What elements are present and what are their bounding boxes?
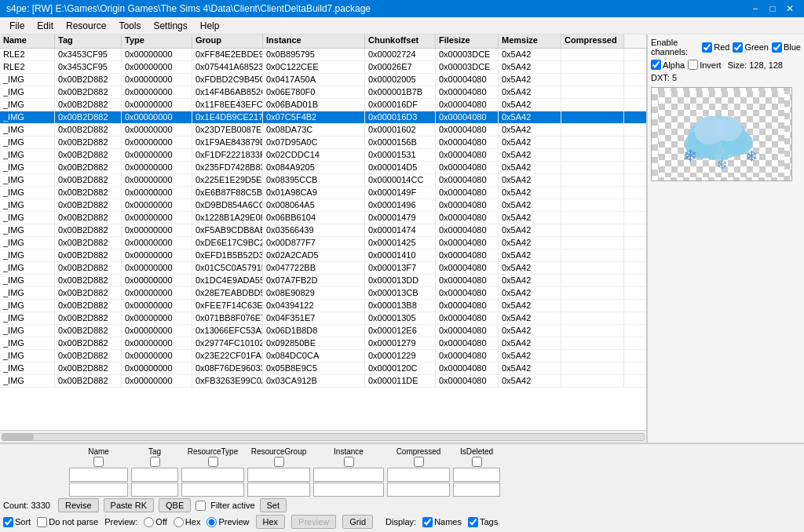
display-names-checkbox[interactable]: [422, 517, 433, 527]
col-header-name[interactable]: Name: [0, 35, 55, 48]
col-header-chunkoffset[interactable]: Chunkoffset: [365, 35, 436, 48]
display-tags-option[interactable]: Tags: [468, 517, 498, 527]
table-row[interactable]: _IMG0x00B2D8820x000000000xF5AB9CDB8ABC03…: [0, 224, 646, 237]
table-row[interactable]: _IMG0x00B2D8820x000000000x01C5C0A5791B9C…: [0, 262, 646, 275]
table-row[interactable]: _IMG0x00B2D8820x000000000xFDBD2C9B45CC5C…: [0, 74, 646, 86]
table-row[interactable]: _IMG0x00B2D8820x000000000xFEE7F14C63EED7…: [0, 300, 646, 312]
alpha-channel-checkbox[interactable]: [651, 60, 661, 70]
filter-active-checkbox[interactable]: [196, 501, 206, 511]
filter-name-checkbox[interactable]: [93, 457, 104, 467]
display-tags-checkbox[interactable]: [468, 517, 478, 527]
blue-channel-label[interactable]: Blue: [772, 42, 801, 53]
table-row[interactable]: _IMG0x00B2D8820x000000000x1E4DB9CE2170C2…: [0, 111, 646, 124]
col-header-filesize[interactable]: Filesize: [436, 35, 499, 48]
invert-checkbox[interactable]: [688, 60, 698, 70]
filter-resourcegroup-checkbox[interactable]: [274, 457, 284, 467]
filter-instance-checkbox[interactable]: [344, 457, 354, 467]
maximize-button[interactable]: □: [765, 1, 780, 16]
table-body[interactable]: RLE20x3453CF950x000000000xFF84E2EBDE9545…: [0, 49, 646, 430]
table-row[interactable]: _IMG0x00B2D8820x000000000x08F76DE9603395…: [0, 363, 646, 375]
table-row[interactable]: _IMG0x00B2D8820x000000000x29774FC10102C7…: [0, 337, 646, 350]
filter-compressed-input2[interactable]: [387, 483, 450, 497]
filter-tag-input2[interactable]: [131, 483, 178, 497]
filter-resourcegroup-input2[interactable]: [247, 483, 310, 497]
revise-button[interactable]: Revise: [58, 498, 99, 512]
filter-isdeleted-input2[interactable]: [453, 483, 500, 497]
filter-isdeleted-input[interactable]: [453, 468, 500, 482]
table-row[interactable]: _IMG0x00B2D8820x000000000xEFD1B5B52D3A4F…: [0, 250, 646, 262]
filter-compressed-checkbox[interactable]: [414, 457, 424, 467]
red-channel-checkbox[interactable]: [702, 42, 712, 53]
table-row[interactable]: _IMG0x00B2D8820x000000000x23E22CF01FA155…: [0, 350, 646, 363]
filter-resourcetype-input2[interactable]: [181, 483, 244, 497]
table-row[interactable]: _IMG0x00B2D8820x000000000xD9BD854A6CCA69…: [0, 199, 646, 212]
sort-checkbox[interactable]: [3, 517, 13, 527]
col-header-type[interactable]: Type: [122, 35, 192, 48]
col-header-tag[interactable]: Tag: [55, 35, 122, 48]
table-row[interactable]: _IMG0x00B2D8820x000000000x235FD7428B8354…: [0, 162, 646, 174]
menu-file[interactable]: File: [3, 19, 31, 33]
table-row[interactable]: _IMG0x00B2D8820x000000000x225E1E29D5E009…: [0, 174, 646, 187]
invert-label[interactable]: Invert: [688, 60, 722, 70]
menu-help[interactable]: Help: [194, 19, 226, 33]
preview-off-radio[interactable]: [144, 517, 154, 527]
green-channel-checkbox[interactable]: [733, 42, 743, 53]
col-header-instance[interactable]: Instance: [263, 35, 365, 48]
blue-channel-checkbox[interactable]: [772, 42, 782, 53]
qbe-button[interactable]: QBE: [159, 498, 191, 512]
sort-option[interactable]: Sort: [3, 517, 31, 527]
set-button[interactable]: Set: [260, 498, 287, 512]
display-names-option[interactable]: Names: [422, 517, 462, 527]
preview-hex-option[interactable]: Hex: [174, 517, 201, 527]
filter-resourcetype-input[interactable]: [181, 468, 244, 482]
do-not-parse-checkbox[interactable]: [37, 517, 47, 527]
col-header-group[interactable]: Group: [192, 35, 263, 48]
table-row[interactable]: _IMG0x00B2D8820x000000000x11F8EE43EFC337…: [0, 99, 646, 111]
filter-resourcetype-checkbox[interactable]: [208, 457, 218, 467]
col-header-memsize[interactable]: Memsize: [499, 35, 561, 48]
filter-name-input[interactable]: [69, 468, 128, 482]
table-row[interactable]: _IMG0x00B2D8820x000000000xF1DF2221833F07…: [0, 149, 646, 162]
filter-instance-input2[interactable]: [313, 483, 384, 497]
table-row[interactable]: _IMG0x00B2D8820x000000000x13066EFC53A2A7…: [0, 325, 646, 337]
menu-tools[interactable]: Tools: [112, 19, 147, 33]
paste-rk-button[interactable]: Paste RK: [104, 498, 154, 512]
preview-preview-option[interactable]: Preview: [206, 517, 249, 527]
close-button[interactable]: ✕: [782, 1, 798, 16]
preview-preview-radio[interactable]: [206, 517, 217, 527]
alpha-channel-label[interactable]: Alpha: [651, 60, 685, 70]
filter-name-input2[interactable]: [69, 483, 128, 497]
filter-resourcegroup-input[interactable]: [247, 468, 310, 482]
col-header-compressed[interactable]: Compressed: [561, 35, 624, 48]
red-channel-label[interactable]: Red: [702, 42, 729, 53]
filter-tag-input[interactable]: [131, 468, 178, 482]
preview-off-option[interactable]: Off: [144, 517, 166, 527]
filter-instance-input[interactable]: [313, 468, 384, 482]
table-row[interactable]: _IMG0x00B2D8820x000000000x14F4B6AB852CD8…: [0, 86, 646, 99]
table-row[interactable]: _IMG0x00B2D8820x000000000x28E7EABDBD5081…: [0, 287, 646, 300]
menu-resource[interactable]: Resource: [60, 19, 112, 33]
preview-hex-radio[interactable]: [174, 517, 184, 527]
table-row[interactable]: _IMG0x00B2D8820x000000000xE6B87F88C5B462…: [0, 187, 646, 199]
table-row[interactable]: _IMG0x00B2D8820x000000000x071BB8F076E7D9…: [0, 312, 646, 325]
table-row[interactable]: _IMG0x00B2D8820x000000000x1F9AE843879DBA…: [0, 137, 646, 149]
menu-edit[interactable]: Edit: [31, 19, 60, 33]
table-row[interactable]: _IMG0x00B2D8820x000000000x1DC4E9ADA5543E…: [0, 275, 646, 287]
hex-button[interactable]: Hex: [256, 515, 286, 529]
table-row[interactable]: _IMG0x00B2D8820x000000000x23D7EB0087ECFC…: [0, 124, 646, 137]
menu-settings[interactable]: Settings: [147, 19, 193, 33]
table-row[interactable]: _IMG0x00B2D8820x000000000x1228B1A29E08CD…: [0, 212, 646, 224]
table-row[interactable]: RLE20x3453CF950x000000000xFF84E2EBDE9545…: [0, 49, 646, 61]
table-row[interactable]: _IMG0x00B2D8820x000000000xDE6E17C9BC2DDE…: [0, 237, 646, 250]
horizontal-scrollbar[interactable]: [0, 430, 646, 443]
green-channel-label[interactable]: Green: [733, 42, 769, 53]
do-not-parse-option[interactable]: Do not parse: [37, 517, 98, 527]
preview-button[interactable]: Preview: [291, 515, 336, 529]
table-row[interactable]: RLE20x3453CF950x000000000x075441A68523AC…: [0, 61, 646, 74]
filter-compressed-input[interactable]: [387, 468, 450, 482]
filter-tag-checkbox[interactable]: [150, 457, 160, 467]
minimize-button[interactable]: −: [747, 1, 763, 16]
filter-isdeleted-checkbox[interactable]: [472, 457, 482, 467]
grid-button[interactable]: Grid: [342, 515, 373, 529]
table-row[interactable]: _IMG0x00B2D8820x000000000xFB3263E99C0A4D…: [0, 375, 646, 388]
